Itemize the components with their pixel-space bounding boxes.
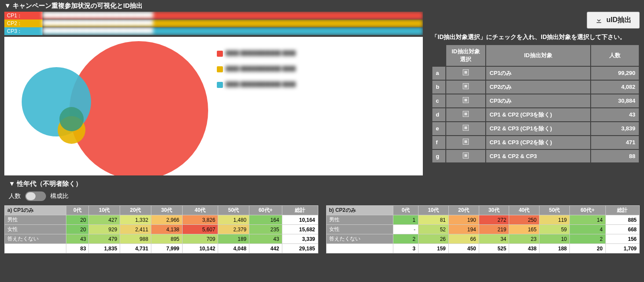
heatmap-cell: 159 bbox=[418, 244, 448, 253]
heatmap-cell: 190 bbox=[448, 215, 479, 225]
heatmap-cell: 438 bbox=[509, 244, 539, 253]
venn-legend: ████ ████████████ ████████ ████████████ … bbox=[217, 50, 338, 97]
heatmap-cell: 10,142 bbox=[182, 244, 218, 253]
heatmap-cell: 66 bbox=[448, 234, 479, 244]
id-row-count: 30,884 bbox=[591, 94, 639, 107]
legend-swatch bbox=[217, 51, 223, 57]
id-row-checkbox[interactable] bbox=[463, 139, 469, 145]
id-table-row: gCP1 & CP2 & CP388 bbox=[432, 150, 639, 162]
campaign-label: CP3： bbox=[4, 27, 42, 35]
heatmap-cell: 4,048 bbox=[218, 244, 249, 253]
svg-point-3 bbox=[59, 107, 84, 131]
legend-text-blurred: ████ ████████████ ████ bbox=[226, 50, 338, 62]
heatmap-col-header: 50代 bbox=[539, 206, 570, 215]
heatmap-cell: 119 bbox=[539, 215, 570, 225]
heatmap-cell: 26 bbox=[418, 234, 448, 244]
heatmap-cell: 235 bbox=[249, 225, 282, 234]
id-row-checkbox[interactable] bbox=[463, 69, 469, 75]
heatmap-cell: 165 bbox=[509, 225, 539, 234]
heatmap-cell: 272 bbox=[479, 215, 509, 225]
id-row-count: 43 bbox=[591, 108, 639, 121]
id-table-header: ID抽出対象選択 bbox=[446, 45, 485, 66]
heatmap-row-label: 男性 bbox=[5, 215, 66, 225]
heatmap-row: 総計3159450525438188201,709 bbox=[326, 244, 640, 253]
heatmap-cell: 450 bbox=[448, 244, 479, 253]
section-title-overlap: ▼ キャンペーン重複参加状況の可視化とID抽出 bbox=[0, 0, 644, 12]
heatmap-cell: 442 bbox=[249, 244, 282, 253]
id-row-checkbox-cell bbox=[446, 108, 485, 121]
heatmap-col-header: 0代 bbox=[66, 206, 89, 215]
heatmap-table: a) CP1のみ0代10代20代30代40代50代60代+総計男性204271,… bbox=[4, 205, 318, 253]
count-ratio-toggle[interactable] bbox=[25, 191, 46, 201]
heatmap-row: 男性204271,3322,9663,8261,48016410,164 bbox=[5, 215, 318, 225]
heatmap-cell: 988 bbox=[120, 234, 151, 244]
heatmap-cell: 194 bbox=[448, 225, 479, 234]
id-row-target: CP1のみ bbox=[486, 67, 590, 80]
id-row-target: CP1 & CP2 (CP3を除く) bbox=[486, 108, 590, 121]
heatmap-row-label: 女性 bbox=[326, 225, 393, 234]
id-row-key: e bbox=[432, 122, 445, 135]
id-row-checkbox-cell bbox=[446, 67, 485, 80]
download-icon bbox=[595, 16, 603, 24]
id-row-key: f bbox=[432, 136, 445, 149]
heatmap-col-header: 30代 bbox=[479, 206, 509, 215]
id-row-checkbox[interactable] bbox=[463, 111, 469, 117]
id-row-count: 4,082 bbox=[591, 81, 639, 94]
heatmap-cell: 10,164 bbox=[282, 215, 318, 225]
campaign-bar: CP3：██████████████████████████████ bbox=[4, 27, 423, 35]
id-table-row: aCP1のみ99,290 bbox=[432, 67, 639, 80]
heatmap-cell: 2,411 bbox=[120, 225, 151, 234]
heatmap-cell: 1 bbox=[393, 215, 418, 225]
heatmap-row: 答えたくない226663423102156 bbox=[326, 234, 640, 244]
heatmap-row: 男性18119027225011914885 bbox=[326, 215, 640, 225]
id-row-key: a bbox=[432, 67, 445, 80]
id-row-key: g bbox=[432, 150, 445, 162]
heatmap-row-label: 答えたくない bbox=[326, 234, 393, 244]
heatmap-cell: 4,138 bbox=[151, 225, 182, 234]
uid-extract-button[interactable]: uID抽出 bbox=[587, 12, 640, 29]
heatmap-cell: 2,379 bbox=[218, 225, 249, 234]
id-extract-table: ID抽出対象選択ID抽出対象人数aCP1のみ99,290bCP2のみ4,082c… bbox=[432, 44, 640, 163]
heatmap-cell: 2,966 bbox=[151, 215, 182, 225]
heatmap-col-header: 総計 bbox=[605, 206, 639, 215]
heatmap-cell: 83 bbox=[66, 244, 89, 253]
heatmap-row-label: 総計 bbox=[326, 244, 393, 253]
toggle-label-count: 人数 bbox=[9, 192, 21, 200]
venn-diagram bbox=[4, 37, 212, 175]
id-row-checkbox[interactable] bbox=[463, 125, 469, 131]
legend-swatch bbox=[217, 82, 223, 88]
heatmap-row-label: 男性 bbox=[326, 215, 393, 225]
campaign-bar: CP1：██████████████████████████████ bbox=[4, 12, 423, 19]
heatmap-cell: 4,731 bbox=[120, 244, 151, 253]
id-table-header: ID抽出対象 bbox=[486, 45, 590, 66]
id-row-target: CP1 & CP3 (CP2を除く) bbox=[486, 136, 590, 149]
heatmap-col-header: 10代 bbox=[89, 206, 120, 215]
heatmap-col-header: 0代 bbox=[393, 206, 418, 215]
uid-extract-label: uID抽出 bbox=[606, 16, 631, 25]
legend-row: ████ ████████████ ████ bbox=[217, 81, 338, 93]
heatmap-cell: 29,185 bbox=[282, 244, 318, 253]
heatmap-cell: 709 bbox=[182, 234, 218, 244]
id-row-checkbox[interactable] bbox=[463, 152, 469, 159]
heatmap-title: a) CP1のみ bbox=[5, 206, 66, 215]
heatmap-col-header: 30代 bbox=[151, 206, 182, 215]
id-row-checkbox-cell bbox=[446, 150, 485, 162]
legend-row: ████ ████████████ ████ bbox=[217, 50, 338, 62]
heatmap-row: 女性209292,4114,1385,6072,37923515,682 bbox=[5, 225, 318, 234]
heatmap-cell: 43 bbox=[66, 234, 89, 244]
id-row-target: CP2のみ bbox=[486, 81, 590, 94]
heatmap-cell: 7,999 bbox=[151, 244, 182, 253]
heatmap-cell: 15,682 bbox=[282, 225, 318, 234]
id-row-checkbox[interactable] bbox=[463, 83, 469, 89]
heatmap-cell: 250 bbox=[509, 215, 539, 225]
toggle-knob bbox=[26, 192, 36, 200]
id-table-header: 人数 bbox=[591, 45, 639, 66]
heatmap-cell: 525 bbox=[479, 244, 509, 253]
heatmap-row-label: 女性 bbox=[5, 225, 66, 234]
heatmap-cell: 52 bbox=[418, 225, 448, 234]
heatmap-row: 女性-52194219165594668 bbox=[326, 225, 640, 234]
heatmap-col-header: 60代+ bbox=[249, 206, 282, 215]
heatmap-cell: 1,709 bbox=[605, 244, 639, 253]
heatmap-cell: 10 bbox=[539, 234, 570, 244]
id-row-checkbox[interactable] bbox=[463, 97, 469, 103]
